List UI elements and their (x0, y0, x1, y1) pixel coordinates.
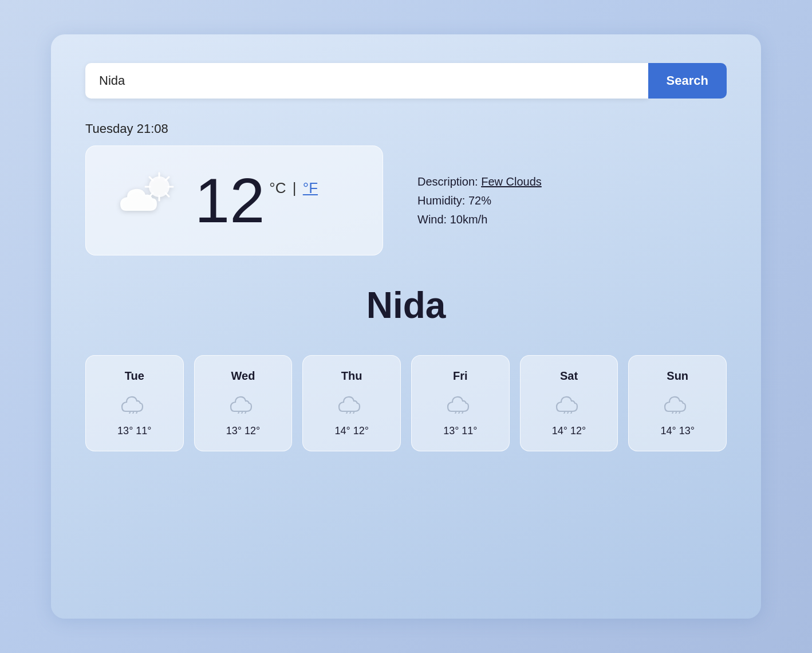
forecast-day: Tue (125, 369, 144, 383)
svg-line-21 (564, 412, 565, 414)
svg-line-11 (136, 412, 137, 414)
description-value: Few Clouds (481, 175, 542, 188)
unit-divider: | (289, 179, 301, 197)
svg-line-6 (165, 193, 169, 196)
weather-details: Description: Few Clouds Humidity: 72% Wi… (417, 175, 542, 226)
temp-units: °C | °F (269, 179, 318, 197)
weather-card-main: 12 °C | °F (85, 145, 383, 255)
forecast-icon (447, 392, 474, 416)
search-row: Search (85, 63, 727, 99)
forecast-icon (664, 392, 691, 416)
forecast-card: Tue 13° 11° (85, 355, 184, 451)
svg-line-15 (346, 412, 347, 414)
svg-line-20 (462, 412, 463, 414)
forecast-temps: 13° 11° (443, 425, 477, 437)
forecast-card: Sat 14° 12° (520, 355, 618, 451)
svg-line-13 (242, 412, 242, 414)
svg-line-22 (567, 412, 568, 414)
svg-line-24 (672, 412, 673, 414)
forecast-temps: 13° 12° (226, 425, 260, 437)
forecast-day: Thu (341, 369, 362, 383)
svg-line-19 (459, 412, 459, 414)
description-line: Description: Few Clouds (417, 175, 542, 188)
app-container: Search Tuesday 21:08 (51, 34, 761, 619)
forecast-icon (338, 392, 365, 416)
forecast-day: Fri (453, 369, 468, 383)
humidity-value: 72% (468, 194, 491, 207)
forecast-card: Thu 14° 12° (302, 355, 401, 451)
forecast-temps: 14° 12° (334, 425, 368, 437)
forecast-card: Fri 13° 11° (411, 355, 510, 451)
forecast-icon (121, 392, 148, 416)
forecast-icon (230, 392, 257, 416)
forecast-temps: 13° 11° (117, 425, 151, 437)
search-input[interactable] (85, 63, 648, 99)
forecast-icon (555, 392, 583, 416)
temperature-value: 12 (195, 169, 265, 232)
forecast-temps: 14° 12° (552, 425, 586, 437)
current-weather-row: 12 °C | °F Description: Few Clouds Humid… (85, 145, 727, 255)
svg-line-14 (245, 412, 246, 414)
forecast-day: Sat (560, 369, 578, 383)
svg-line-12 (238, 412, 239, 414)
forecast-day: Wed (231, 369, 255, 383)
humidity-label: Humidity: (417, 194, 465, 207)
svg-line-26 (679, 412, 680, 414)
city-title: Nida (85, 284, 727, 326)
celsius-unit: °C (269, 179, 286, 197)
svg-line-5 (149, 177, 153, 180)
current-datetime: Tuesday 21:08 (85, 121, 727, 136)
svg-line-23 (571, 412, 571, 414)
svg-line-25 (676, 412, 676, 414)
svg-line-18 (455, 412, 456, 414)
description-label: Description: (417, 175, 478, 188)
svg-line-17 (353, 412, 354, 414)
wind-line: Wind: 10km/h (417, 213, 542, 226)
temp-display: 12 °C | °F (195, 169, 318, 232)
humidity-line: Humidity: 72% (417, 194, 542, 207)
wind-value: 10km/h (450, 213, 488, 226)
forecast-card: Wed 13° 12° (194, 355, 293, 451)
svg-line-9 (129, 412, 130, 414)
svg-line-16 (350, 412, 350, 414)
fahrenheit-link[interactable]: °F (303, 179, 318, 197)
forecast-card: Sun 14° 13° (628, 355, 727, 451)
svg-line-8 (165, 177, 169, 180)
search-button[interactable]: Search (648, 63, 727, 99)
forecast-temps: 14° 13° (660, 425, 694, 437)
svg-line-10 (133, 412, 133, 414)
forecast-day: Sun (667, 369, 688, 383)
forecast-row: Tue 13° 11° Wed 13° 12° (85, 355, 727, 451)
weather-icon-large (115, 171, 178, 230)
wind-label: Wind: (417, 213, 447, 226)
